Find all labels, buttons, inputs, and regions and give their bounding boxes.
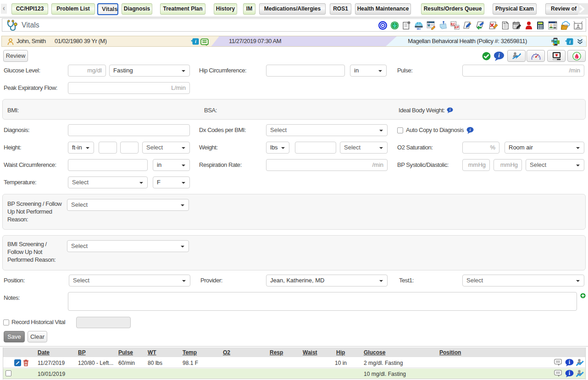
svg-text:MU: MU [416,28,421,30]
svg-text:EP: EP [455,26,459,29]
svg-text:i: i [195,39,196,44]
